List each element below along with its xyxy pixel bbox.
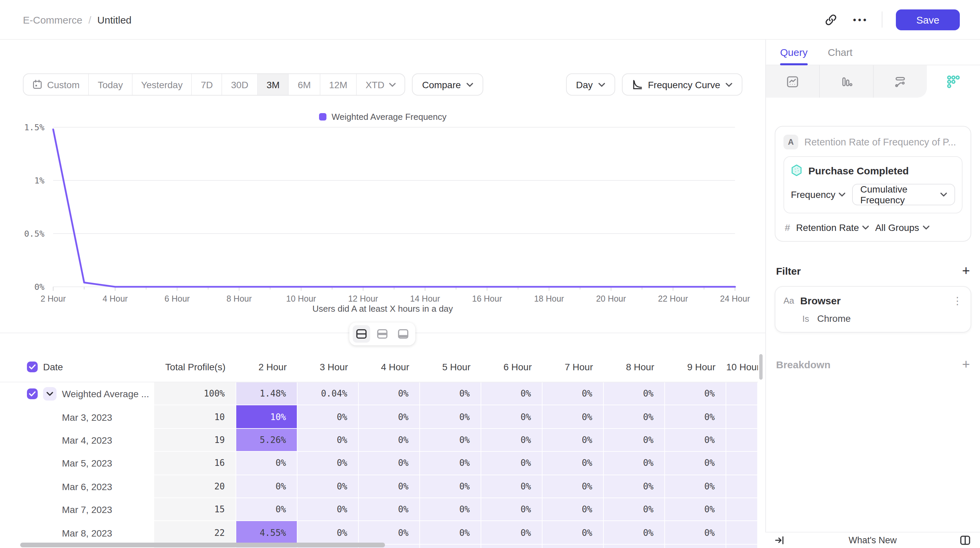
- tab-query[interactable]: Query: [780, 40, 808, 65]
- header-6hour: 6 Hour: [481, 351, 542, 382]
- header-5hour: 5 Hour: [420, 351, 481, 382]
- layout-middle-panel-button[interactable]: [374, 325, 391, 342]
- table-vertical-scrollbar[interactable]: [759, 354, 763, 380]
- summary-row: Weighted Average ... 100% 1.48% 0.04% 0%…: [0, 382, 758, 406]
- step-letter-badge: A: [783, 135, 798, 150]
- header-2hour: 2 Hour: [236, 351, 298, 382]
- table-cell: 0%: [542, 429, 604, 452]
- table-horizontal-scrollbar[interactable]: [20, 543, 385, 547]
- whats-new-link[interactable]: What's New: [765, 535, 980, 545]
- layout-split-horizontal-button[interactable]: [353, 325, 370, 342]
- step-title[interactable]: Retention Rate of Frequency of P...: [804, 137, 956, 147]
- measure-dropdown[interactable]: Retention Rate: [796, 222, 869, 233]
- tab-chart[interactable]: Chart: [828, 40, 853, 65]
- table-row: Mar 8, 2023 22 4.55% 0% 0% 0% 0% 0% 0% 0…: [0, 521, 758, 545]
- table-cell: 0%: [665, 475, 726, 498]
- query-step-card: A Retention Rate of Frequency of P... Pu…: [775, 126, 971, 242]
- total-cell: 20: [154, 475, 236, 498]
- retention-tab-selected[interactable]: [927, 65, 980, 98]
- filter-value[interactable]: Chrome: [817, 313, 851, 324]
- header-date: Date: [0, 351, 154, 382]
- total-cell: 22: [154, 521, 236, 545]
- table-cell: 0.04%: [298, 382, 359, 406]
- collapse-panel-icon[interactable]: [775, 535, 785, 545]
- table-row: Mar 6, 2023 20 0% 0% 0% 0% 0% 0% 0% 0%: [0, 475, 758, 498]
- table-cell: 0%: [604, 406, 665, 429]
- event-row[interactable]: Purchase Completed: [791, 164, 955, 176]
- date-cell: Mar 3, 2023: [0, 406, 154, 429]
- table-cell: 0%: [665, 406, 726, 429]
- check-icon: [29, 391, 36, 397]
- svg-text:12 Hour: 12 Hour: [348, 294, 378, 303]
- table-cell: 0%: [665, 382, 726, 406]
- filter-operator[interactable]: Is: [802, 313, 809, 323]
- table-cell: 0%: [665, 521, 726, 545]
- retention-dots-icon: [947, 74, 961, 89]
- measurement-row: # Retention Rate All Groups: [783, 222, 963, 233]
- table-cell: 1.48%: [236, 382, 298, 406]
- header-total: Total Profile(s): [154, 351, 236, 382]
- table-row: Mar 5, 2023 16 0% 0% 0% 0% 0% 0% 0% 0%: [0, 452, 758, 475]
- table-row: Mar 3, 2023 10 10% 0% 0% 0% 0% 0% 0% 0%: [0, 406, 758, 429]
- report-title[interactable]: Untitled: [97, 14, 132, 25]
- filter-property[interactable]: Browser: [800, 295, 947, 306]
- side-panel-icon[interactable]: [960, 535, 970, 545]
- query-builder-panel: Query Chart: [765, 40, 980, 548]
- breadcrumb: E-Commerce / Untitled: [23, 14, 132, 25]
- row-checkbox[interactable]: [27, 389, 38, 399]
- select-all-checkbox[interactable]: [27, 361, 38, 372]
- date-cell: Mar 8, 2023: [0, 521, 154, 545]
- table-cell: 0%: [236, 452, 298, 475]
- groups-dropdown[interactable]: All Groups: [875, 222, 929, 233]
- table-cell: 0%: [298, 521, 359, 545]
- header-10hour-clipped: 10 Hour: [726, 351, 758, 382]
- flows-tab[interactable]: [873, 65, 927, 98]
- table-cell: 0%: [359, 382, 420, 406]
- table-cell: 0%: [420, 521, 481, 545]
- chevron-down-icon: [46, 392, 53, 396]
- top-bar-actions: ••• Save: [822, 9, 960, 30]
- table-cell: 0%: [604, 475, 665, 498]
- top-bar: E-Commerce / Untitled ••• Save: [0, 0, 980, 40]
- frequency-mode-dropdown[interactable]: Cumulative Frequency: [852, 184, 955, 206]
- copy-link-icon[interactable]: [822, 11, 840, 28]
- svg-text:1%: 1%: [34, 176, 45, 185]
- add-breakdown-button[interactable]: +: [962, 357, 970, 371]
- insights-tab[interactable]: [766, 65, 820, 98]
- text-property-icon: Aa: [783, 296, 794, 306]
- funnels-tab[interactable]: [820, 65, 873, 98]
- filter-condition-row: Is Chrome: [783, 313, 963, 324]
- add-filter-button[interactable]: +: [962, 264, 970, 277]
- table-cell: 0%: [604, 498, 665, 521]
- check-icon: [29, 364, 36, 369]
- app-viewport: E-Commerce / Untitled ••• Save: [0, 0, 980, 548]
- filter-kebab-icon[interactable]: ⋮: [952, 296, 963, 306]
- table-row: Mar 4, 2023 19 5.26% 0% 0% 0% 0% 0% 0% 0…: [0, 429, 758, 452]
- table-cell: 0%: [665, 429, 726, 452]
- chevron-down-icon: [862, 226, 869, 229]
- table-cell: 0%: [665, 452, 726, 475]
- more-menu-icon[interactable]: •••: [853, 14, 868, 25]
- breadcrumb-project[interactable]: E-Commerce: [23, 14, 83, 25]
- layout-bottom-panel-button[interactable]: [395, 325, 412, 342]
- x-axis-title: Users did A at least X hours in a day: [0, 304, 765, 314]
- svg-text:4 Hour: 4 Hour: [103, 294, 128, 303]
- table-cell: 0%: [542, 521, 604, 545]
- total-cell: 15: [154, 498, 236, 521]
- table-cell: [481, 544, 542, 548]
- table-cell: 0%: [298, 429, 359, 452]
- expand-row-button[interactable]: [43, 387, 57, 401]
- table-cell: [542, 544, 604, 548]
- table-cell-clipped: [726, 544, 758, 548]
- frequency-dropdown[interactable]: Frequency: [791, 189, 845, 200]
- table-cell: 0%: [542, 452, 604, 475]
- frequency-chart-canvas[interactable]: 1.5%1%0.5%0%2 Hour4 Hour6 Hour8 Hour10 H…: [0, 81, 765, 310]
- table-cell: [665, 544, 726, 548]
- panel-body: A Retention Rate of Frequency of P... Pu…: [766, 126, 980, 371]
- svg-text:16 Hour: 16 Hour: [472, 294, 502, 303]
- svg-text:6 Hour: 6 Hour: [165, 294, 190, 303]
- svg-text:18 Hour: 18 Hour: [534, 294, 564, 303]
- save-button[interactable]: Save: [896, 9, 960, 30]
- table-cell: 0%: [481, 498, 542, 521]
- svg-text:0.5%: 0.5%: [24, 229, 45, 239]
